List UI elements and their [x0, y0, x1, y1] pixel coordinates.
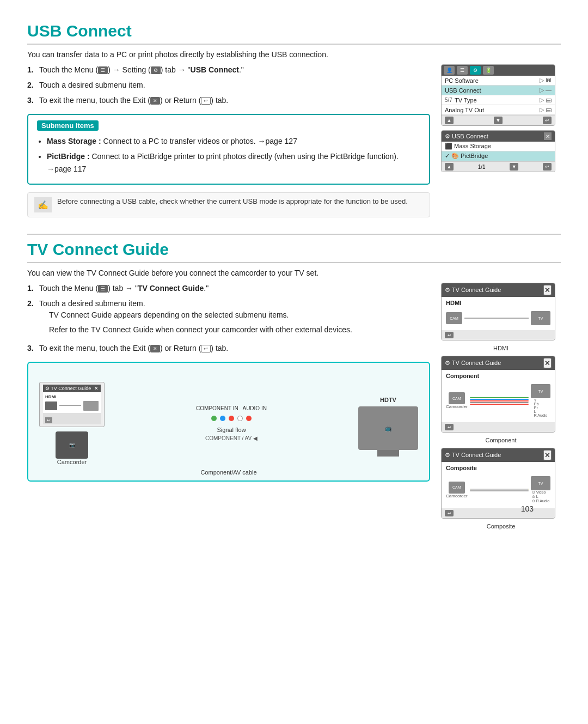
section-divider [27, 234, 561, 235]
tv-type-arrow: ▷ 🖴 [540, 96, 552, 104]
mini-ui-panel: ⚙ TV Connect Guide ✕ HDMI [39, 382, 105, 427]
page-indicator: 5/7 [445, 97, 452, 103]
usb-connect-row-highlighted: USB Connect ▷ — [442, 86, 555, 95]
note-icon: ✍ [34, 197, 52, 212]
cam-label: 📷 [69, 442, 75, 448]
tv-step-2-bullets: TV Connect Guide appears depending on th… [39, 309, 430, 336]
nav-down-btn2[interactable]: ▼ [510, 163, 518, 171]
dot-red2 [246, 416, 252, 421]
camcorder-shape: 📷 [56, 431, 88, 459]
composite-cam-label: Camcorder [446, 494, 468, 498]
nav-up-btn[interactable]: ▲ [445, 117, 454, 124]
usb-submenu-header: ⚙ USB Connect ✕ [442, 131, 555, 142]
composite-return-btn[interactable]: ↩ [445, 510, 454, 516]
nav-up-btn2[interactable]: ▲ [445, 163, 454, 171]
nav-return-btn[interactable]: ↩ [543, 117, 552, 124]
hdmi-close-btn[interactable]: ✕ [543, 285, 552, 295]
submenu-title: Submenu items [37, 120, 99, 131]
signal-flow-label: Signal flow [217, 427, 246, 433]
usb-connect-main-row: 1. Touch the Menu (☰) → Setting (⚙) tab … [27, 64, 561, 223]
exit-icon: ✕ [150, 97, 160, 105]
step-2-text: Touch a desired submenu item. [39, 80, 430, 91]
mini-ui-title: ⚙ TV Connect Guide [45, 386, 91, 391]
tab-battery-icon[interactable]: 🔋 [483, 66, 494, 75]
component-tv: TV [531, 384, 550, 398]
hdmi-sub-label: HDMI [441, 345, 561, 351]
usb-step-3: 3. To exit the menu, touch the Exit (✕) … [27, 95, 430, 106]
tv-icon: 📺 [385, 425, 391, 431]
component-av-label: COMPONENT / AV ◀ [205, 435, 258, 441]
panel1-nav: ▲ ▼ ↩ [442, 115, 555, 125]
note-text: Before connecting a USB cable, check whe… [57, 197, 408, 205]
mini-hdmi: HDMI [45, 394, 99, 399]
pc-software-arrow: ▷ 🖬 [540, 77, 552, 84]
usb-connect-section: USB Connect You can transfer data to a P… [27, 22, 561, 223]
tv-step-3: 3. To exit the menu, touch the Exit (✕) … [27, 343, 430, 354]
composite-diagram: CAM Camcorder TV ⊙ Video [446, 474, 550, 506]
component-cam-label: Camcorder [446, 404, 468, 409]
tv-step-2: 2. Touch a desired submenu item. TV Conn… [27, 298, 430, 339]
hdmi-header-label: ⚙ TV Connect Guide [445, 287, 501, 294]
component-footer: ↩ [442, 422, 555, 432]
comp-l-label: ⊙ L [532, 495, 549, 499]
page-content: USB Connect You can transfer data to a P… [27, 22, 561, 530]
illustration-camcorder-area: ⚙ TV Connect Guide ✕ HDMI [39, 382, 105, 465]
mini-cam-shape [45, 401, 57, 410]
tv-right-panels: ⚙ TV Connect Guide ✕ HDMI CAM TV ↩ [441, 283, 561, 530]
return-icon-2: ↩ [201, 345, 211, 352]
nav-return-btn2[interactable]: ↩ [543, 163, 552, 171]
hdmi-return-btn[interactable]: ↩ [445, 332, 454, 338]
tab-list-icon[interactable]: ☰ [457, 66, 468, 75]
pc-software-row: PC Software ▷ 🖬 [442, 76, 555, 86]
mini-ui-body: HDMI [43, 392, 101, 413]
pictbridge-label: PictBridge : [47, 152, 90, 161]
pc-software-label: PC Software [445, 77, 540, 84]
mini-ui-footer: ↩ [43, 413, 101, 424]
mass-storage-row: ⬛ Mass Storage [442, 142, 555, 151]
component-left: CAM Camcorder [446, 392, 468, 409]
step-1-num: 1. [27, 64, 39, 76]
component-sub-label: Component [441, 437, 561, 443]
usb-connect-desc: You can transfer data to a PC or print p… [27, 50, 561, 59]
component-labels: Y Pb Pr L R Audio [534, 398, 548, 417]
component-in-label: COMPONENT IN AUDIO IN [196, 405, 267, 411]
cable-plugs [211, 416, 252, 421]
tab-bar: 👤 ☰ ⚙ 🔋 [442, 65, 555, 76]
step-3-text: To exit the menu, touch the Exit (✕) or … [39, 95, 430, 106]
page-number: 103 [521, 504, 534, 513]
component-return-btn[interactable]: ↩ [445, 424, 454, 430]
component-panel: ⚙ TV Connect Guide ✕ Component CAM Camco… [441, 356, 555, 433]
comp-r-label: ⊙ R Audio [532, 499, 549, 503]
mini-line [59, 405, 81, 406]
tv-bullet-1: TV Connect Guide appears depending on th… [49, 309, 430, 321]
tv-step-1-text: Touch the Menu (☰) tab → "TV Connect Gui… [39, 283, 430, 294]
panel2-nav: ▲ 1/1 ▼ ↩ [442, 161, 555, 172]
tab-person-icon[interactable]: 👤 [444, 66, 455, 75]
nav-down-btn[interactable]: ▼ [494, 117, 503, 124]
composite-close-btn[interactable]: ✕ [543, 450, 552, 460]
usb-step-2: 2. Touch a desired submenu item. [27, 80, 430, 91]
wire-green [470, 397, 529, 398]
wire-red2 [470, 404, 529, 405]
gear-icon-small: ⚙ [151, 66, 161, 74]
dot-red1 [229, 416, 234, 421]
wire-blue [470, 399, 529, 400]
tv-step-1: 1. Touch the Menu (☰) tab → "TV Connect … [27, 283, 430, 294]
pictbridge-row-label: ✓ 🎨 PictBridge [445, 153, 552, 160]
component-cables [470, 397, 529, 405]
hdmi-panel: ⚙ TV Connect Guide ✕ HDMI CAM TV ↩ [441, 283, 555, 340]
tab-gear-icon[interactable]: ⚙ [470, 66, 481, 75]
component-close-btn[interactable]: ✕ [543, 358, 552, 368]
usb-note-box: ✍ Before connecting a USB cable, check w… [27, 192, 430, 217]
composite-right: TV ⊙ Video ⊙ L ⊙ R Audio [531, 476, 550, 503]
hdmi-diagram: CAM TV [446, 309, 550, 327]
usb-steps-list: 1. Touch the Menu (☰) → Setting (⚙) tab … [27, 64, 430, 106]
illustration-tv-area: HDTV 📺 [358, 397, 418, 450]
usb-right-panels: 👤 ☰ ⚙ 🔋 PC Software ▷ 🖬 USB Connect ▷ — [441, 64, 561, 177]
composite-cables [470, 489, 529, 491]
usb-connect-steps: 1. Touch the Menu (☰) → Setting (⚙) tab … [27, 64, 441, 223]
hdmi-type-label: HDMI [446, 300, 550, 306]
pr-label: Pr [534, 406, 548, 410]
close-button[interactable]: ✕ [544, 132, 552, 140]
gear-label: ⚙ USB Connect [445, 133, 488, 140]
